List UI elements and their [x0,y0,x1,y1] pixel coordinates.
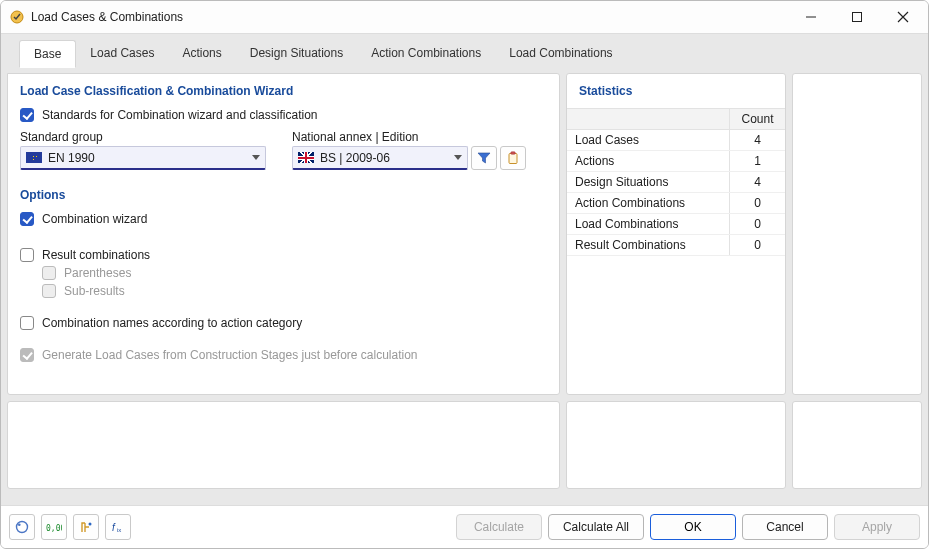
stats-name-header [567,109,729,129]
lower-pane-mid [566,401,786,489]
main-pane: Load Case Classification & Combination W… [7,73,560,395]
apply-button: Apply [834,514,920,540]
stats-count: 1 [729,151,785,171]
stats-count: 4 [729,172,785,192]
svg-text:ix: ix [117,527,121,533]
stats-count: 4 [729,130,785,150]
window-title: Load Cases & Combinations [31,10,183,24]
stats-row: Action Combinations 0 [567,193,785,214]
side-empty-pane [792,73,922,395]
stats-row: Load Combinations 0 [567,214,785,235]
subresults-label: Sub-results [64,284,125,298]
filter-button[interactable] [471,146,497,170]
stats-row: Design Situations 4 [567,172,785,193]
national-annex-label: National annex | Edition [292,130,526,144]
lower-pane-left [7,401,560,489]
eu-flag-icon [26,152,42,163]
help-button[interactable] [9,514,35,540]
combination-names-checkbox[interactable] [20,316,34,330]
chevron-down-icon [454,155,462,160]
statistics-pane: Statistics Count Load Cases 4 Actions 1 … [566,73,786,395]
stats-row: Load Cases 4 [567,130,785,151]
ok-button[interactable]: OK [650,514,736,540]
app-icon [9,9,25,25]
standard-group-label: Standard group [20,130,266,144]
combination-names-label: Combination names according to action ca… [42,316,302,330]
svg-text:f: f [112,522,116,533]
combination-wizard-label: Combination wizard [42,212,147,226]
result-combinations-label: Result combinations [42,248,150,262]
function-button[interactable]: fix [105,514,131,540]
calculate-button: Calculate [456,514,542,540]
national-annex-select[interactable]: BS | 2009-06 [292,146,468,170]
national-annex-value: BS | 2009-06 [320,151,448,165]
svg-point-4 [17,522,28,533]
tab-design-situations[interactable]: Design Situations [236,40,357,68]
svg-rect-3 [511,152,515,154]
stats-label: Actions [567,151,729,171]
clipboard-button[interactable] [500,146,526,170]
stats-count: 0 [729,235,785,255]
tab-strip: Base Load Cases Actions Design Situation… [7,40,922,68]
svg-point-5 [18,524,21,527]
stats-label: Result Combinations [567,235,729,255]
stats-row: Actions 1 [567,151,785,172]
stats-row: Result Combinations 0 [567,235,785,256]
lower-pane-right [792,401,922,489]
minimize-button[interactable] [788,2,834,32]
cancel-button[interactable]: Cancel [742,514,828,540]
statistics-title: Statistics [579,84,773,98]
footer: 0,00 fix Calculate Calculate All OK Canc… [1,505,928,548]
stats-count: 0 [729,214,785,234]
tab-load-cases[interactable]: Load Cases [76,40,168,68]
parentheses-label: Parentheses [64,266,131,280]
stats-count: 0 [729,193,785,213]
svg-text:0,00: 0,00 [46,524,62,533]
chevron-down-icon [252,155,260,160]
standard-group-select[interactable]: EN 1990 [20,146,266,170]
standards-checkbox[interactable] [20,108,34,122]
svg-rect-1 [853,13,862,22]
model-button[interactable] [73,514,99,540]
maximize-button[interactable] [834,2,880,32]
tab-action-combinations[interactable]: Action Combinations [357,40,495,68]
section-title-options: Options [20,188,547,202]
tab-actions[interactable]: Actions [168,40,235,68]
result-combinations-checkbox[interactable] [20,248,34,262]
combination-wizard-checkbox[interactable] [20,212,34,226]
titlebar: Load Cases & Combinations [1,1,928,33]
svg-rect-2 [509,154,517,164]
units-button[interactable]: 0,00 [41,514,67,540]
standard-group-value: EN 1990 [48,151,246,165]
svg-point-7 [89,523,92,526]
generate-lc-label: Generate Load Cases from Construction St… [42,348,418,362]
standards-checkbox-label: Standards for Combination wizard and cla… [42,108,317,122]
stats-label: Action Combinations [567,193,729,213]
stats-label: Load Combinations [567,214,729,234]
stats-label: Load Cases [567,130,729,150]
tab-base[interactable]: Base [19,40,76,68]
stats-label: Design Situations [567,172,729,192]
parentheses-checkbox [42,266,56,280]
subresults-checkbox [42,284,56,298]
uk-flag-icon [298,152,314,163]
section-title-wizard: Load Case Classification & Combination W… [20,84,547,98]
tab-load-combinations[interactable]: Load Combinations [495,40,626,68]
stats-count-header: Count [729,109,785,129]
generate-lc-checkbox [20,348,34,362]
calculate-all-button[interactable]: Calculate All [548,514,644,540]
close-button[interactable] [880,2,926,32]
